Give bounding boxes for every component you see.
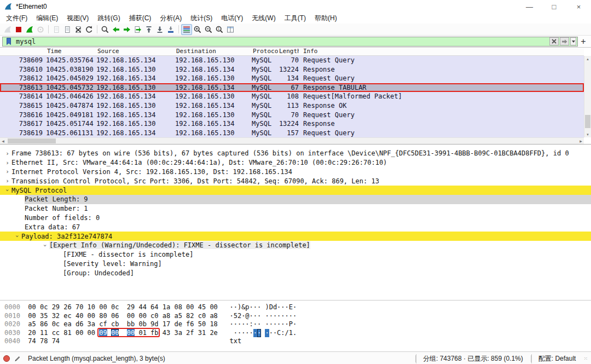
menu-item-6[interactable]: 统计(S)	[186, 13, 217, 24]
column-header-protocol[interactable]: Protocol	[252, 48, 278, 55]
hex-byte[interactable]: 00	[127, 312, 135, 321]
menu-item-7[interactable]: 电话(Y)	[217, 13, 247, 24]
hex-byte[interactable]: 64	[150, 303, 158, 312]
ascii-char[interactable]: ·	[250, 303, 253, 312]
ascii-char[interactable]: P	[289, 320, 293, 329]
goto-packet-icon[interactable]	[132, 24, 143, 35]
detail-line[interactable]: ›Frame 738613: 67 bytes on wire (536 bit…	[0, 149, 591, 158]
hex-byte[interactable]: 74	[52, 337, 60, 346]
hex-byte[interactable]: 00	[210, 303, 217, 312]
scroll-up-arrow[interactable]: ▲	[584, 56, 591, 62]
hex-byte[interactable]: 45	[198, 303, 206, 312]
ascii-char[interactable]: ·	[285, 320, 289, 329]
expander-icon[interactable]: ›	[42, 241, 49, 250]
detail-line[interactable]: [FIXME - dissector is incomplete]	[0, 250, 591, 259]
ascii-char[interactable]: ·	[250, 312, 253, 321]
ascii-char[interactable]: t	[229, 337, 233, 346]
packet-row[interactable]: 73861510425.047874192.168.165.130192.168…	[0, 101, 584, 111]
ascii-char[interactable]: ·	[293, 303, 297, 312]
packet-row[interactable]: 73861010425.038190192.168.165.130192.168…	[0, 65, 584, 74]
expander-icon[interactable]: ›	[3, 159, 11, 166]
ascii-char[interactable]: ·	[285, 303, 289, 312]
expander-icon[interactable]: ›	[3, 168, 11, 175]
zoom-in-icon[interactable]	[192, 24, 203, 35]
filter-dropdown-button[interactable]	[570, 37, 576, 45]
column-header-length[interactable]: Length	[278, 48, 299, 55]
scroll-down-arrow[interactable]: ▼	[584, 131, 591, 137]
hex-byte[interactable]: cc	[52, 329, 60, 338]
stop-capture-icon[interactable]	[13, 24, 24, 35]
detail-line[interactable]: ›[Expert Info (Warning/Undecoded): FIXME…	[0, 241, 591, 250]
ascii-char[interactable]: /	[285, 329, 289, 338]
hex-byte[interactable]: 20	[28, 329, 36, 338]
hex-byte[interactable]: 11	[40, 329, 48, 338]
ascii-char[interactable]: .	[293, 329, 297, 338]
ascii-char[interactable]: ·	[257, 320, 261, 329]
ascii-char[interactable]: ·	[237, 320, 241, 329]
hex-byte[interactable]: 82	[186, 312, 194, 321]
hex-byte[interactable]: 1a	[163, 303, 170, 312]
menu-item-10[interactable]: 帮助(H)	[310, 13, 341, 24]
hex-byte[interactable]: 00	[76, 329, 83, 338]
close-button[interactable]: ×	[566, 0, 591, 13]
ascii-char[interactable]: x	[234, 337, 237, 346]
vertical-scrollbar[interactable]: ▲ ▼	[584, 56, 591, 137]
ascii-char[interactable]: ·	[265, 320, 269, 329]
ascii-char[interactable]: ·	[265, 329, 269, 338]
menu-item-4[interactable]: 捕获(C)	[125, 13, 156, 24]
expander-icon[interactable]: ›	[3, 150, 11, 157]
hex-byte[interactable]: bb	[127, 320, 135, 329]
detail-line[interactable]: ›Transmission Control Protocol, Src Port…	[0, 176, 591, 186]
packet-row[interactable]: 73861710425.051744192.168.165.130192.168…	[0, 119, 584, 129]
ascii-char[interactable]: ·	[241, 329, 245, 338]
ascii-char[interactable]: ·	[273, 312, 277, 321]
ascii-char[interactable]: p	[245, 303, 249, 312]
hex-byte[interactable]: 31	[198, 329, 206, 338]
hex-byte[interactable]: 40	[76, 312, 83, 321]
ascii-char[interactable]: ·	[277, 303, 281, 312]
expander-icon[interactable]: ›	[14, 232, 21, 240]
hex-byte[interactable]: 00	[28, 303, 36, 312]
filter-apply-button[interactable]	[560, 37, 569, 45]
ascii-char[interactable]: ·	[229, 303, 233, 312]
hex-byte[interactable]: 29	[52, 303, 60, 312]
hex-byte[interactable]: 32	[52, 312, 60, 321]
ascii-char[interactable]: ·	[281, 312, 285, 321]
column-header-source[interactable]: Source	[96, 48, 175, 55]
ascii-char[interactable]: d	[273, 303, 277, 312]
ascii-char[interactable]: )	[265, 303, 269, 312]
ascii-char[interactable]: ·	[241, 312, 245, 321]
detail-line[interactable]: [Group: Undecoded]	[0, 268, 591, 278]
ascii-char[interactable]: ·	[229, 312, 233, 321]
add-filter-button[interactable]: +	[578, 37, 589, 47]
hex-byte[interactable]: 3a	[88, 320, 95, 329]
hex-byte[interactable]: de	[174, 320, 182, 329]
hex-byte[interactable]: 2f	[186, 329, 194, 338]
hex-byte[interactable]: 18	[210, 320, 217, 329]
horizontal-scrollbar-thumb[interactable]	[8, 138, 56, 143]
ascii-char[interactable]: ·	[237, 329, 241, 338]
column-header-destination[interactable]: Destination	[175, 48, 252, 55]
ascii-char[interactable]	[229, 329, 233, 338]
detail-line[interactable]: Packet Number: 1	[0, 204, 591, 213]
ascii-char[interactable]: C	[277, 329, 281, 338]
hex-byte[interactable]: f6	[186, 320, 194, 329]
hex-byte[interactable]: 43	[163, 329, 170, 338]
ascii-char[interactable]: ·	[229, 320, 233, 329]
save-file-icon[interactable]	[62, 24, 73, 35]
ascii-char[interactable]: ·	[257, 303, 261, 312]
previous-packet-icon[interactable]	[111, 24, 121, 35]
ascii-char[interactable]: ·	[265, 312, 269, 321]
last-packet-icon[interactable]	[154, 24, 165, 35]
hex-byte[interactable]: 78	[40, 337, 48, 346]
hex-byte[interactable]: 0c	[111, 303, 119, 312]
detail-line[interactable]: ›Internet Protocol Version 4, Src: 192.1…	[0, 167, 591, 177]
expander-icon[interactable]: ›	[3, 177, 11, 184]
first-packet-icon[interactable]	[143, 24, 154, 35]
ascii-char[interactable]: ·	[257, 312, 261, 321]
hex-byte[interactable]: 00	[88, 312, 95, 321]
ascii-char[interactable]: ·	[273, 320, 277, 329]
hex-byte[interactable]: 06	[111, 312, 119, 321]
hex-byte[interactable]: 80	[99, 312, 107, 321]
ascii-char[interactable]: ·	[293, 312, 297, 321]
